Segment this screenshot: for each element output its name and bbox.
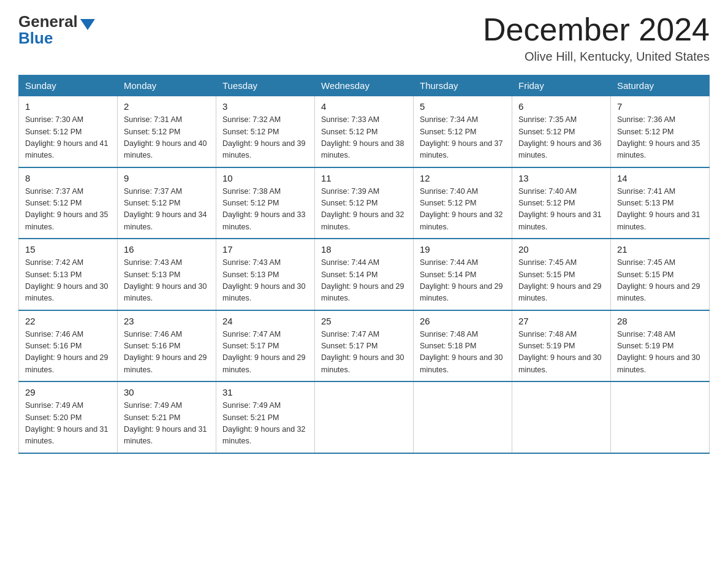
day-info: Sunrise: 7:34 AMSunset: 5:12 PMDaylight:… — [420, 114, 506, 162]
calendar-cell: 28 Sunrise: 7:48 AMSunset: 5:19 PMDaylig… — [611, 310, 710, 382]
day-number: 5 — [420, 101, 506, 112]
calendar-cell: 4 Sunrise: 7:33 AMSunset: 5:12 PMDayligh… — [315, 96, 414, 167]
calendar-cell: 1 Sunrise: 7:30 AMSunset: 5:12 PMDayligh… — [19, 96, 118, 167]
day-info: Sunrise: 7:40 AMSunset: 5:12 PMDaylight:… — [518, 186, 604, 234]
title-block: December 2024 Olive Hill, Kentucky, Unit… — [483, 12, 710, 64]
calendar-cell: 20 Sunrise: 7:45 AMSunset: 5:15 PMDaylig… — [512, 239, 611, 310]
calendar-cell: 9 Sunrise: 7:37 AMSunset: 5:12 PMDayligh… — [118, 167, 216, 239]
logo-blue-text: Blue — [18, 29, 53, 48]
calendar-cell: 12 Sunrise: 7:40 AMSunset: 5:12 PMDaylig… — [414, 167, 512, 239]
calendar-cell: 29 Sunrise: 7:49 AMSunset: 5:20 PMDaylig… — [19, 381, 118, 453]
day-info: Sunrise: 7:31 AMSunset: 5:12 PMDaylight:… — [124, 114, 210, 162]
day-info: Sunrise: 7:48 AMSunset: 5:18 PMDaylight:… — [420, 329, 506, 377]
calendar-cell: 24 Sunrise: 7:47 AMSunset: 5:17 PMDaylig… — [216, 310, 315, 382]
calendar-body: 1 Sunrise: 7:30 AMSunset: 5:12 PMDayligh… — [19, 96, 710, 453]
calendar-cell — [315, 381, 414, 453]
day-info: Sunrise: 7:33 AMSunset: 5:12 PMDaylight:… — [321, 114, 407, 162]
day-info: Sunrise: 7:49 AMSunset: 5:20 PMDaylight:… — [25, 400, 111, 448]
header-friday: Friday — [512, 75, 611, 96]
calendar-cell: 6 Sunrise: 7:35 AMSunset: 5:12 PMDayligh… — [512, 96, 611, 167]
calendar-week-row: 29 Sunrise: 7:49 AMSunset: 5:20 PMDaylig… — [19, 381, 710, 453]
day-number: 14 — [617, 173, 703, 183]
day-number: 11 — [321, 173, 407, 183]
header-saturday: Saturday — [611, 75, 710, 96]
day-info: Sunrise: 7:43 AMSunset: 5:13 PMDaylight:… — [124, 257, 210, 305]
calendar-week-row: 22 Sunrise: 7:46 AMSunset: 5:16 PMDaylig… — [19, 310, 710, 382]
day-number: 2 — [124, 101, 210, 112]
day-number: 24 — [222, 316, 308, 326]
day-number: 15 — [25, 244, 111, 255]
day-info: Sunrise: 7:43 AMSunset: 5:13 PMDaylight:… — [222, 257, 308, 305]
day-number: 27 — [518, 316, 604, 326]
calendar-cell: 23 Sunrise: 7:46 AMSunset: 5:16 PMDaylig… — [118, 310, 216, 382]
day-number: 12 — [420, 173, 506, 183]
day-number: 29 — [25, 387, 111, 397]
calendar-cell: 26 Sunrise: 7:48 AMSunset: 5:18 PMDaylig… — [414, 310, 512, 382]
calendar-cell: 11 Sunrise: 7:39 AMSunset: 5:12 PMDaylig… — [315, 167, 414, 239]
header-tuesday: Tuesday — [216, 75, 315, 96]
calendar-cell: 3 Sunrise: 7:32 AMSunset: 5:12 PMDayligh… — [216, 96, 315, 167]
location-text: Olive Hill, Kentucky, United States — [483, 50, 710, 64]
day-info: Sunrise: 7:37 AMSunset: 5:12 PMDaylight:… — [124, 186, 210, 234]
calendar-cell — [611, 381, 710, 453]
day-info: Sunrise: 7:32 AMSunset: 5:12 PMDaylight:… — [222, 114, 308, 162]
calendar-week-row: 15 Sunrise: 7:42 AMSunset: 5:13 PMDaylig… — [19, 239, 710, 310]
calendar-cell: 16 Sunrise: 7:43 AMSunset: 5:13 PMDaylig… — [118, 239, 216, 310]
calendar-header: Sunday Monday Tuesday Wednesday Thursday… — [19, 75, 710, 96]
day-number: 23 — [124, 316, 210, 326]
day-number: 4 — [321, 101, 407, 112]
calendar-cell: 22 Sunrise: 7:46 AMSunset: 5:16 PMDaylig… — [19, 310, 118, 382]
day-info: Sunrise: 7:37 AMSunset: 5:12 PMDaylight:… — [25, 186, 111, 234]
day-number: 19 — [420, 244, 506, 255]
logo-arrow-icon — [80, 19, 95, 30]
day-info: Sunrise: 7:47 AMSunset: 5:17 PMDaylight:… — [321, 329, 407, 377]
day-number: 6 — [518, 101, 604, 112]
calendar-cell: 30 Sunrise: 7:49 AMSunset: 5:21 PMDaylig… — [118, 381, 216, 453]
day-info: Sunrise: 7:48 AMSunset: 5:19 PMDaylight:… — [617, 329, 703, 377]
calendar-week-row: 1 Sunrise: 7:30 AMSunset: 5:12 PMDayligh… — [19, 96, 710, 167]
day-info: Sunrise: 7:47 AMSunset: 5:17 PMDaylight:… — [222, 329, 308, 377]
calendar-cell: 2 Sunrise: 7:31 AMSunset: 5:12 PMDayligh… — [118, 96, 216, 167]
day-info: Sunrise: 7:49 AMSunset: 5:21 PMDaylight:… — [222, 400, 308, 448]
day-number: 18 — [321, 244, 407, 255]
calendar-cell: 14 Sunrise: 7:41 AMSunset: 5:13 PMDaylig… — [611, 167, 710, 239]
calendar-cell: 19 Sunrise: 7:44 AMSunset: 5:14 PMDaylig… — [414, 239, 512, 310]
day-info: Sunrise: 7:46 AMSunset: 5:16 PMDaylight:… — [25, 329, 111, 377]
day-number: 30 — [124, 387, 210, 397]
calendar-cell: 18 Sunrise: 7:44 AMSunset: 5:14 PMDaylig… — [315, 239, 414, 310]
header-sunday: Sunday — [19, 75, 118, 96]
day-info: Sunrise: 7:45 AMSunset: 5:15 PMDaylight:… — [617, 257, 703, 305]
day-number: 31 — [222, 387, 308, 397]
day-number: 3 — [222, 101, 308, 112]
day-info: Sunrise: 7:35 AMSunset: 5:12 PMDaylight:… — [518, 114, 604, 162]
calendar-cell: 17 Sunrise: 7:43 AMSunset: 5:13 PMDaylig… — [216, 239, 315, 310]
day-info: Sunrise: 7:38 AMSunset: 5:12 PMDaylight:… — [222, 186, 308, 234]
day-number: 7 — [617, 101, 703, 112]
day-info: Sunrise: 7:42 AMSunset: 5:13 PMDaylight:… — [25, 257, 111, 305]
day-number: 13 — [518, 173, 604, 183]
day-number: 26 — [420, 316, 506, 326]
day-info: Sunrise: 7:46 AMSunset: 5:16 PMDaylight:… — [124, 329, 210, 377]
calendar-cell: 13 Sunrise: 7:40 AMSunset: 5:12 PMDaylig… — [512, 167, 611, 239]
day-number: 17 — [222, 244, 308, 255]
day-number: 1 — [25, 101, 111, 112]
calendar-cell: 10 Sunrise: 7:38 AMSunset: 5:12 PMDaylig… — [216, 167, 315, 239]
day-number: 20 — [518, 244, 604, 255]
page-header: General Blue December 2024 Olive Hill, K… — [18, 12, 710, 64]
day-number: 25 — [321, 316, 407, 326]
calendar-cell: 8 Sunrise: 7:37 AMSunset: 5:12 PMDayligh… — [19, 167, 118, 239]
day-info: Sunrise: 7:45 AMSunset: 5:15 PMDaylight:… — [518, 257, 604, 305]
calendar-cell: 15 Sunrise: 7:42 AMSunset: 5:13 PMDaylig… — [19, 239, 118, 310]
logo: General Blue — [18, 12, 95, 48]
day-info: Sunrise: 7:44 AMSunset: 5:14 PMDaylight:… — [420, 257, 506, 305]
calendar-cell: 31 Sunrise: 7:49 AMSunset: 5:21 PMDaylig… — [216, 381, 315, 453]
day-info: Sunrise: 7:39 AMSunset: 5:12 PMDaylight:… — [321, 186, 407, 234]
day-number: 10 — [222, 173, 308, 183]
day-number: 21 — [617, 244, 703, 255]
day-info: Sunrise: 7:48 AMSunset: 5:19 PMDaylight:… — [518, 329, 604, 377]
day-number: 8 — [25, 173, 111, 183]
calendar-cell: 7 Sunrise: 7:36 AMSunset: 5:12 PMDayligh… — [611, 96, 710, 167]
calendar-cell — [414, 381, 512, 453]
calendar-table: Sunday Monday Tuesday Wednesday Thursday… — [18, 75, 710, 454]
header-row: Sunday Monday Tuesday Wednesday Thursday… — [19, 75, 710, 96]
